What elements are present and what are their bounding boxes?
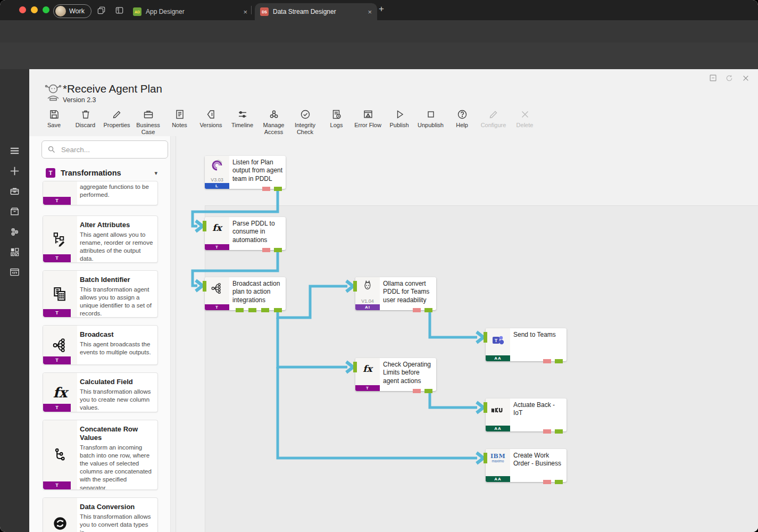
output-port[interactable] (555, 359, 563, 363)
output-port[interactable] (274, 187, 282, 191)
card-icon-panel (43, 498, 77, 532)
node-create-work-order[interactable]: IBM maximo AA Create Work Order - Busine… (486, 449, 567, 482)
stream-swirl-icon (210, 159, 224, 172)
input-port[interactable] (203, 281, 206, 292)
output-port[interactable] (261, 308, 269, 312)
iot-vendor-logo (491, 407, 505, 413)
package-icon[interactable] (9, 206, 20, 217)
output-port[interactable] (274, 248, 282, 252)
trash-icon (80, 109, 91, 120)
unpublish-button[interactable]: Unpublish (415, 109, 446, 135)
console-icon[interactable] (9, 267, 20, 278)
discard-button[interactable]: Discard (70, 109, 101, 135)
card-description: This transformation allows you to conver… (80, 513, 153, 532)
output-port[interactable] (424, 308, 432, 312)
chevron-down-icon[interactable]: ▾ (154, 170, 157, 177)
error-port[interactable] (543, 480, 551, 484)
broadcast-icon (52, 337, 68, 353)
blocks-icon[interactable] (9, 246, 20, 257)
node-send-to-teams[interactable]: T AA Send to Teams (486, 328, 567, 361)
data-conversion-icon (53, 516, 68, 531)
browser-tab-bar: Work AD App Designer × DS Data Stream De… (0, 0, 758, 20)
configure-button: Configure (478, 109, 509, 135)
minimize-window-light[interactable] (31, 6, 38, 13)
notes-button[interactable]: Notes (164, 109, 195, 135)
node-parse-pddl[interactable]: fx T Parse PDDL to consume in automation… (205, 217, 286, 250)
fx-icon: fx (212, 222, 221, 233)
input-port[interactable] (353, 362, 357, 372)
input-port[interactable] (484, 453, 487, 463)
error-port[interactable] (543, 359, 551, 363)
gears-icon[interactable] (9, 226, 20, 237)
batch-identifier-icon (52, 286, 68, 302)
output-port[interactable] (424, 389, 432, 393)
output-port[interactable] (248, 308, 256, 312)
error-port[interactable] (262, 187, 270, 191)
new-tab-button[interactable]: + (379, 4, 384, 14)
agent-card-data-conversion[interactable]: T Data Conversion This transformation al… (43, 497, 158, 532)
save-button[interactable]: Save (38, 109, 70, 135)
publish-button[interactable]: Publish (384, 109, 415, 135)
browser-profile-button[interactable]: Work (53, 4, 91, 18)
vertical-tabs-icon[interactable] (115, 6, 124, 15)
manage-access-button[interactable]: Manage Access (258, 109, 289, 135)
logs-button[interactable]: Logs (321, 109, 352, 135)
business-case-button[interactable]: Business Case (132, 109, 164, 135)
close-window-light[interactable] (19, 6, 26, 13)
broadcast-icon (211, 282, 223, 295)
agent-card-broadcast[interactable]: T Broadcast This agent broadcasts the ev… (43, 325, 158, 365)
input-port[interactable] (353, 281, 357, 292)
tab-label: App Designer (146, 8, 231, 15)
add-icon[interactable] (9, 165, 20, 177)
transformation-category-badge: T (46, 168, 55, 178)
concatenate-rows-icon (53, 447, 68, 462)
panel-search[interactable] (41, 140, 168, 159)
menu-icon[interactable] (9, 145, 20, 156)
agent-card-partial[interactable]: T aggregate functions to be performed. (43, 181, 158, 205)
agent-card-concatenate-row-values[interactable]: T Concatenate Row Values Transform an in… (43, 420, 158, 490)
properties-button[interactable]: Properties (101, 109, 132, 135)
tab-data-stream-designer[interactable]: DS Data Stream Designer × (255, 3, 377, 20)
error-port[interactable] (543, 429, 551, 434)
node-icon-panel: IBM maximo AA (486, 449, 510, 482)
error-port[interactable] (262, 248, 270, 252)
help-button[interactable]: Help (446, 109, 478, 135)
node-listen-for-plan[interactable]: V3.03 L Listen for Plan output from agen… (205, 156, 286, 189)
tab-app-designer[interactable]: AD App Designer × (128, 3, 253, 20)
close-tab-icon[interactable]: × (243, 8, 247, 16)
error-port[interactable] (413, 389, 421, 393)
toolbox-icon[interactable] (9, 186, 20, 197)
error-flow-button[interactable]: Error Flow (352, 109, 384, 135)
timeline-button[interactable]: Timeline (227, 109, 258, 135)
canvas[interactable] (205, 205, 758, 532)
close-pane-icon[interactable] (742, 74, 750, 82)
close-tab-icon[interactable]: × (368, 8, 372, 16)
reload-pane-icon[interactable] (725, 74, 734, 82)
versions-button[interactable]: Versions (195, 109, 227, 135)
output-port[interactable] (236, 308, 244, 312)
versions-icon (205, 109, 217, 120)
input-port[interactable] (484, 332, 487, 343)
agent-card-batch-identifier[interactable]: T Batch Identifier This transformation a… (43, 270, 158, 318)
agent-card-calculated-field[interactable]: fx T Calculated Field This transformatio… (43, 372, 158, 412)
agent-card-alter-attributes[interactable]: T Alter Attributes This agent allows you… (43, 215, 158, 263)
output-port[interactable] (274, 308, 282, 312)
panel-search-input[interactable] (60, 145, 147, 154)
error-port[interactable] (413, 308, 421, 312)
transformation-strip: T (43, 197, 71, 205)
integrity-check-button[interactable]: Integrity Check (289, 109, 321, 135)
panel-scrollbar[interactable] (170, 136, 176, 532)
output-port[interactable] (555, 480, 563, 484)
node-actuate-back-iot[interactable]: AA Actuate Back - IoT (486, 398, 567, 431)
input-port[interactable] (203, 221, 206, 231)
input-port[interactable] (484, 402, 487, 413)
node-broadcast-action-plan[interactable]: T Broadcast action plan to action integr… (205, 277, 286, 310)
category-transformations[interactable]: T Transformations ▾ (46, 168, 157, 178)
collapse-pane-icon[interactable] (709, 73, 718, 82)
tab-groups-icon[interactable] (97, 6, 106, 15)
maximize-window-light[interactable] (43, 6, 49, 13)
browser-window: Work AD App Designer × DS Data Stream De… (0, 0, 758, 532)
output-port[interactable] (555, 429, 563, 434)
node-ollama-convert[interactable]: V1.04 AI Ollama convert PDDL for Teams u… (355, 277, 436, 310)
node-check-operating-limits[interactable]: fx T Check Operating Limits before agent… (355, 358, 436, 391)
